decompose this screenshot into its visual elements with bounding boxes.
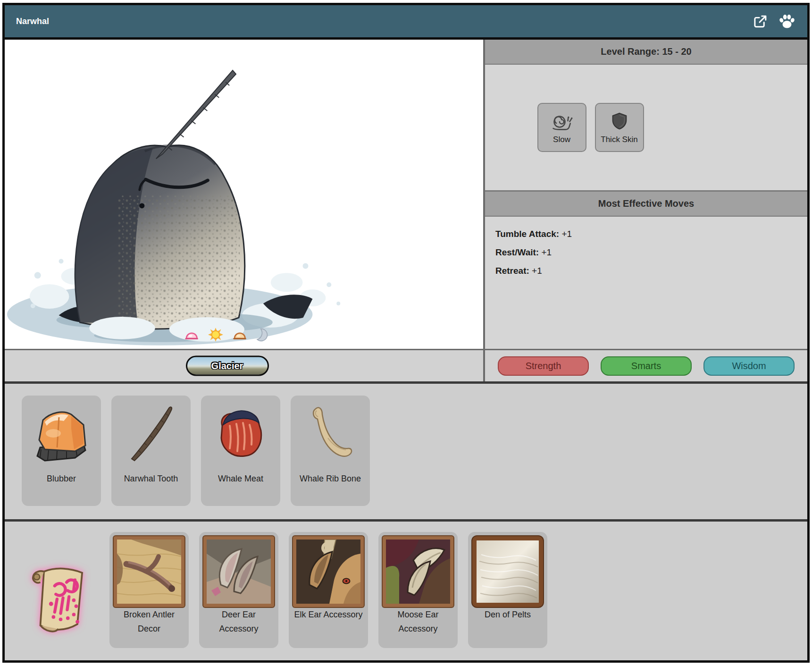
move-line: Retreat: +1 [495,266,797,276]
move-line: Rest/Wait: +1 [495,247,797,258]
external-link-icon[interactable] [753,14,768,29]
night-icon [256,328,270,342]
day-icon [208,327,223,342]
page-frame: Narwhal [2,3,810,663]
craft-card-elk-ear-accessory[interactable]: Elk Ear Accessory [289,532,368,648]
ability-label: Thick Skin [601,135,637,144]
craft-card-den-of-pelts[interactable]: Den of Pelts [468,532,547,648]
whale-rib-bone-art [295,400,366,471]
move-value: +1 [532,266,542,276]
move-value: +1 [541,247,552,257]
craft-label: Broken Antler Decor [114,608,184,636]
snail-icon [551,111,573,133]
craft-label: Elk Ear Accessory [293,608,364,622]
den-of-pelts-thumb [472,536,543,607]
ability-label: Slow [553,135,570,144]
stat-button-smarts[interactable]: Smarts [601,356,692,376]
stat-button-wisdom[interactable]: Wisdom [703,356,795,376]
whale-meat-art [205,400,276,471]
drops-section: Blubber Narwhal Tooth [5,381,807,519]
craft-label: Moose Ear Accessory [383,608,453,636]
craft-card-moose-ear-accessory[interactable]: Moose Ear Accessory [378,532,458,648]
stats-bar: Strength Smarts Wisdom [485,350,807,381]
active-times [184,327,270,342]
ability-thick-skin: Thick Skin [595,103,644,152]
biome-button-glacier[interactable]: Glacier [186,356,269,376]
broken-antler-decor-thumb [114,536,184,607]
level-range-header: Level Range: 15 - 20 [485,40,807,65]
biome-stats-bar: Glacier Strength Smarts Wisdom [5,349,807,381]
creature-image-panel [5,40,485,349]
move-label: Tumble Attack: [495,229,559,239]
moves-header: Most Effective Moves [485,190,807,217]
drop-card-whale-rib-bone[interactable]: Whale Rib Bone [291,396,370,506]
elk-ear-accessory-thumb [293,536,364,607]
narwhal-tooth-art [116,400,186,471]
craft-card-deer-ear-accessory[interactable]: Deer Ear Accessory [199,532,278,648]
sunrise-icon [184,329,199,341]
sunset-icon [233,329,247,341]
craft-label: Den of Pelts [472,608,543,622]
move-line: Tumble Attack: +1 [495,229,797,239]
move-value: +1 [561,229,572,239]
deer-ear-accessory-thumb [203,536,274,607]
narwhal-illustration [5,40,483,349]
drop-label: Narwhal Tooth [116,472,186,486]
page-title: Narwhal [16,17,49,26]
drop-label: Whale Meat [205,472,276,486]
paw-icon[interactable] [778,13,796,29]
creature-page: Narwhal [0,0,812,666]
craft-label: Deer Ear Accessory [203,608,274,636]
blubber-art [26,400,97,471]
ability-area: Slow Thick Skin [485,65,807,190]
biome-label: Glacier [211,361,243,371]
move-label: Retreat: [495,266,529,276]
craft-card-broken-antler-decor[interactable]: Broken Antler Decor [109,532,189,648]
drop-card-whale-meat[interactable]: Whale Meat [201,396,280,506]
recipe-scroll-icon[interactable] [24,546,95,660]
ability-slow: Slow [537,103,586,152]
shield-icon [609,111,630,133]
info-panel: Level Range: 15 - 20 [485,40,807,349]
biome-bar: Glacier [5,350,485,381]
main-row: Level Range: 15 - 20 [5,40,807,349]
moose-ear-accessory-thumb [383,536,453,607]
header-icons [753,13,796,29]
drop-label: Blubber [26,472,97,486]
stat-button-strength[interactable]: Strength [498,356,589,376]
move-label: Rest/Wait: [495,247,539,257]
drop-label: Whale Rib Bone [295,472,366,486]
drop-card-narwhal-tooth[interactable]: Narwhal Tooth [111,396,191,506]
drop-card-blubber[interactable]: Blubber [22,396,101,506]
moves-list: Tumble Attack: +1 Rest/Wait: +1 Retreat:… [485,217,807,349]
craftables-section: Broken Antler Decor Deer Ear Accessory [5,519,807,660]
header: Narwhal [5,5,807,40]
ability-badges: Slow Thick Skin [537,103,644,152]
